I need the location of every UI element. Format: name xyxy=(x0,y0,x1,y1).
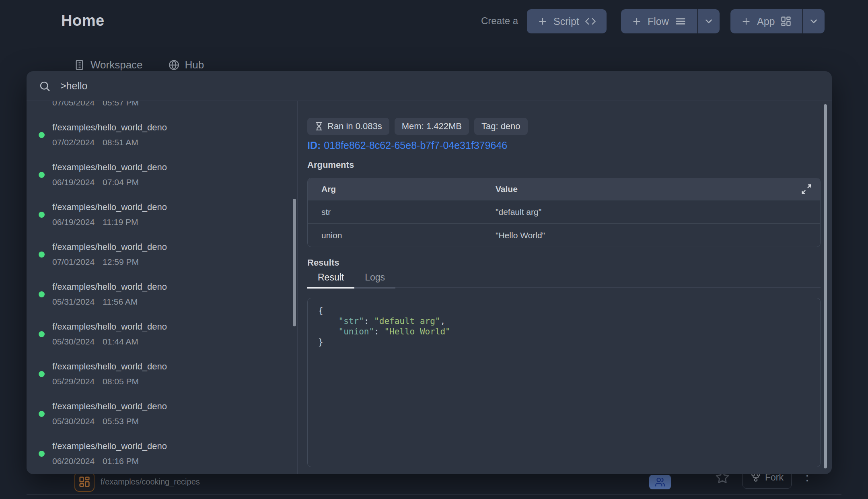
create-app-dropdown-button[interactable] xyxy=(802,9,825,33)
tag-badge-label: Tag: deno xyxy=(481,121,520,132)
search-bar[interactable]: >hello xyxy=(27,71,832,101)
run-time: 12:59 PM xyxy=(103,257,139,267)
run-datetime: 06/20/2024 01:16 PM xyxy=(52,456,294,466)
argument-row[interactable]: union "Hello World" xyxy=(308,223,820,247)
tab-workspace-label: Workspace xyxy=(91,59,143,71)
plus-icon xyxy=(537,16,548,27)
run-item[interactable]: f/examples/hello_world_deno 07/01/2024 1… xyxy=(31,237,294,272)
run-item[interactable]: f/examples/hello_world_deno 05/31/2024 1… xyxy=(31,277,294,312)
run-path: f/examples/hello_world_deno xyxy=(52,162,294,173)
run-item[interactable]: f/examples/hello_world_deno 07/05/2024 0… xyxy=(31,101,294,113)
run-time: 07:04 PM xyxy=(103,177,139,188)
success-dot-icon xyxy=(39,132,45,138)
run-datetime: 07/01/2024 12:59 PM xyxy=(52,257,294,267)
run-date: 06/20/2024 xyxy=(52,456,95,466)
run-time: 08:51 AM xyxy=(103,137,138,148)
detail-scrollbar-thumb[interactable] xyxy=(824,104,827,468)
run-time: 05:53 PM xyxy=(103,416,139,427)
success-dot-icon xyxy=(39,291,45,297)
ran-in-badge: Ran in 0.083s xyxy=(307,118,389,135)
run-item[interactable]: f/examples/hello_world_deno 06/19/2024 0… xyxy=(31,157,294,192)
plus-icon xyxy=(631,16,642,27)
create-app-button[interactable]: App xyxy=(730,9,802,33)
windmill-home-screen: Home Create a Script Flow App W xyxy=(0,0,868,499)
create-a-label: Create a xyxy=(481,15,518,27)
run-time: 01:16 PM xyxy=(103,456,139,466)
run-path: f/examples/hello_world_deno xyxy=(52,361,294,372)
run-date: 05/30/2024 xyxy=(52,416,95,427)
run-datetime: 07/05/2024 05:57 PM xyxy=(52,101,294,108)
tag-badge: Tag: deno xyxy=(474,118,528,135)
memory-badge: Mem: 1.422MB xyxy=(395,118,469,135)
run-date: 07/01/2024 xyxy=(52,257,95,267)
create-flow-dropdown-button[interactable] xyxy=(697,9,720,33)
run-time: 05:57 PM xyxy=(103,101,139,108)
cooking-recipes-app-icon[interactable] xyxy=(74,472,95,492)
run-id-label: ID: xyxy=(307,140,321,151)
arg-column-header: Arg xyxy=(321,184,496,194)
run-item[interactable]: f/examples/hello_world_deno 07/02/2024 0… xyxy=(31,118,294,153)
shared-users-badge[interactable] xyxy=(649,475,671,489)
command-palette-modal: >hello f/examples/hello_world_deno 07/05… xyxy=(27,71,832,474)
create-flow-button[interactable]: Flow xyxy=(621,9,697,33)
modal-body: f/examples/hello_world_deno 07/05/2024 0… xyxy=(27,101,832,474)
value-column-header: Value xyxy=(496,184,518,194)
run-time: 01:44 AM xyxy=(103,336,138,347)
success-dot-icon xyxy=(39,212,45,218)
run-path: f/examples/hello_world_deno xyxy=(52,322,294,332)
ran-in-badge-label: Ran in 0.083s xyxy=(327,121,382,132)
code-icon xyxy=(585,16,596,27)
run-item[interactable]: f/examples/hello_world_deno 06/20/2024 0… xyxy=(31,436,294,471)
success-dot-icon xyxy=(39,411,45,417)
cooking-recipes-path: f/examples/cooking_recipes xyxy=(101,477,200,487)
expand-icon[interactable] xyxy=(801,184,812,195)
run-detail-pane: Ran in 0.083s Mem: 1.422MB Tag: deno ID:… xyxy=(298,101,832,474)
create-script-label: Script xyxy=(553,16,579,27)
tab-workspace[interactable]: Workspace xyxy=(74,59,143,71)
run-date: 05/29/2024 xyxy=(52,376,95,387)
run-datetime: 05/31/2024 11:56 AM xyxy=(52,297,294,307)
run-meta-badges: Ran in 0.083s Mem: 1.422MB Tag: deno xyxy=(307,118,528,135)
run-date: 06/19/2024 xyxy=(52,177,95,188)
success-dot-icon xyxy=(39,172,45,178)
result-json: { "str": "default arg", "union": "Hello … xyxy=(318,305,810,347)
home-tabs: Workspace Hub xyxy=(74,59,204,71)
run-item[interactable]: f/examples/hello_world_deno 05/30/2024 0… xyxy=(31,396,294,431)
run-path: f/examples/hello_world_deno xyxy=(52,202,294,212)
run-history-list: f/examples/hello_world_deno 07/05/2024 0… xyxy=(27,101,298,474)
result-json-box: { "str": "default arg", "union": "Hello … xyxy=(307,298,821,467)
memory-badge-label: Mem: 1.422MB xyxy=(402,121,462,132)
success-dot-icon xyxy=(39,252,45,258)
argument-value: "default arg" xyxy=(496,207,541,217)
arguments-table: Arg Value str "default arg" union xyxy=(307,178,821,247)
search-input[interactable]: >hello xyxy=(60,80,87,92)
create-flow-button-group: Flow xyxy=(621,9,720,33)
run-path: f/examples/hello_world_deno xyxy=(52,401,294,412)
run-id-value[interactable]: 018fe862-8c62-65e8-b7f7-04e31f379646 xyxy=(324,140,507,151)
success-dot-icon xyxy=(39,371,45,377)
create-script-button[interactable]: Script xyxy=(527,9,607,33)
app-grid-icon xyxy=(780,16,792,27)
runs-scrollbar-thumb[interactable] xyxy=(293,199,296,326)
run-path: f/examples/hello_world_deno xyxy=(52,122,294,133)
run-path: f/examples/hello_world_deno xyxy=(52,282,294,292)
tab-result[interactable]: Result xyxy=(307,272,354,289)
run-time: 08:05 PM xyxy=(103,376,139,387)
arguments-table-header: Arg Value xyxy=(308,178,820,200)
run-item[interactable]: f/examples/hello_world_deno 05/30/2024 0… xyxy=(31,317,294,352)
tab-hub[interactable]: Hub xyxy=(169,59,204,71)
argument-row[interactable]: str "default arg" xyxy=(308,200,820,223)
argument-name: union xyxy=(321,231,496,240)
run-date: 06/19/2024 xyxy=(52,217,95,227)
run-item[interactable]: f/examples/hello_world_deno 06/19/2024 1… xyxy=(31,197,294,232)
run-item[interactable]: f/examples/hello_world_deno 05/29/2024 0… xyxy=(31,357,294,392)
tab-hub-label: Hub xyxy=(185,59,204,71)
argument-value: "Hello World" xyxy=(496,231,545,240)
run-id-line[interactable]: ID:018fe862-8c62-65e8-b7f7-04e31f379646 xyxy=(307,140,507,151)
chevron-down-icon xyxy=(808,16,819,27)
results-tabs: Result Logs xyxy=(307,272,395,289)
run-time: 11:19 PM xyxy=(103,217,138,227)
run-time: 11:56 AM xyxy=(103,297,138,307)
tab-logs[interactable]: Logs xyxy=(354,272,395,289)
create-script-button-group: Script xyxy=(527,9,607,33)
